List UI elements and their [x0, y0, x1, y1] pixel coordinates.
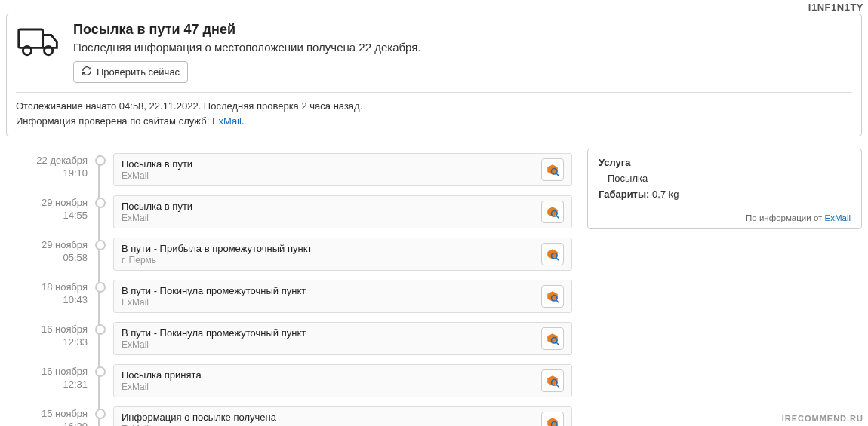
- svg-line-8: [556, 216, 559, 218]
- timeline-date: 15 ноября 16:30: [6, 406, 88, 426]
- timeline-title: В пути - Покинула промежуточный пункт: [122, 327, 534, 339]
- meta-line-2-suffix: .: [242, 115, 245, 127]
- svg-line-5: [556, 173, 559, 176]
- status-meta: Отслеживание начато 04:58, 22.11.2022. П…: [16, 92, 852, 128]
- timeline-title: Посылка принята: [122, 369, 534, 381]
- refresh-button[interactable]: Проверить сейчас: [73, 61, 188, 83]
- watermark-bottom: IRECOMMEND.RU: [782, 414, 863, 423]
- timeline-dot-icon: [95, 198, 106, 208]
- timeline-item: 29 ноября 05:58 В пути - Прибыла в проме…: [6, 233, 572, 275]
- timeline-dot-icon: [95, 409, 106, 419]
- timeline-title: Посылка в пути: [122, 201, 534, 212]
- timeline-title: Информация о посылке получена: [122, 412, 534, 423]
- timeline-dot-icon: [95, 282, 106, 293]
- timeline-item: 15 ноября 16:30 Информация о посылке пол…: [6, 402, 572, 426]
- timeline-date: 16 ноября 12:33: [6, 322, 88, 349]
- timeline-dot-icon: [95, 240, 106, 250]
- timeline-item: 29 ноября 14:55 Посылка в пути ExMail: [6, 191, 572, 233]
- refresh-icon: [82, 66, 92, 78]
- status-subtitle: Последняя информация о местоположении по…: [73, 41, 852, 54]
- magnify-button[interactable]: [541, 158, 564, 181]
- svg-line-17: [556, 342, 559, 345]
- service-label: Услуга: [599, 157, 630, 168]
- timeline-date: 29 ноября 14:55: [6, 195, 88, 222]
- timeline-sub: ExMail: [122, 213, 534, 223]
- timeline-dot-icon: [95, 324, 106, 335]
- timeline-body: Информация о посылке получена ExMail: [113, 406, 572, 426]
- status-title: Посылка в пути 47 дней: [73, 22, 852, 38]
- magnify-button[interactable]: [541, 369, 564, 392]
- timeline-body: В пути - Покинула промежуточный пункт Ex…: [113, 280, 572, 313]
- timeline-title: В пути - Прибыла в промежуточный пункт: [122, 243, 534, 254]
- svg-line-14: [556, 300, 559, 302]
- timeline-sub: ExMail: [122, 297, 534, 308]
- service-link[interactable]: ExMail: [212, 115, 242, 127]
- dims-label: Габариты:: [599, 188, 649, 200]
- svg-rect-0: [19, 29, 43, 48]
- timeline-date: 18 ноября 10:43: [6, 280, 88, 307]
- magnify-button[interactable]: [541, 327, 564, 350]
- meta-line-2-prefix: Информация проверена по сайтам служб:: [16, 115, 212, 127]
- timeline-sub: ExMail: [122, 339, 534, 350]
- magnify-button[interactable]: [541, 412, 564, 426]
- timeline-sub: г. Пермь: [122, 255, 534, 265]
- timeline-body: В пути - Покинула промежуточный пункт Ex…: [113, 322, 572, 355]
- timeline-item: 16 ноября 12:33 В пути - Покинула промеж…: [6, 317, 572, 360]
- side-footer-link[interactable]: ExMail: [824, 213, 851, 222]
- truck-icon: [16, 22, 61, 62]
- timeline-date: 22 декабря 19:10: [6, 153, 88, 180]
- timeline-dot-icon: [95, 155, 106, 166]
- magnify-button[interactable]: [541, 243, 564, 265]
- timeline: 22 декабря 19:10 Посылка в пути ExMail 2…: [6, 149, 572, 426]
- timeline-item: 22 декабря 19:10 Посылка в пути ExMail: [6, 149, 572, 191]
- timeline-title: Посылка в пути: [122, 158, 534, 170]
- timeline-body: Посылка в пути ExMail: [113, 195, 572, 228]
- status-card: Посылка в пути 47 дней Последняя информа…: [6, 14, 862, 136]
- refresh-label: Проверить сейчас: [97, 66, 180, 78]
- timeline-dot-icon: [95, 366, 106, 377]
- timeline-sub: ExMail: [122, 170, 534, 181]
- timeline-body: Посылка принята ExMail: [113, 364, 572, 397]
- side-footer-prefix: По информации от: [746, 213, 824, 222]
- timeline-date: 16 ноября 12:31: [6, 364, 88, 391]
- timeline-title: В пути - Покинула промежуточный пункт: [122, 285, 534, 296]
- timeline-item: 16 ноября 12:31 Посылка принята ExMail: [6, 360, 572, 402]
- side-card: Услуга Посылка Габариты: 0,7 kg По инфор…: [587, 149, 862, 229]
- dims-value: 0,7 kg: [652, 188, 679, 200]
- timeline-sub: ExMail: [122, 382, 534, 392]
- timeline-body: В пути - Прибыла в промежуточный пункт г…: [113, 238, 572, 271]
- svg-line-20: [556, 385, 559, 387]
- watermark-top: i1NF1N1TY: [808, 2, 863, 13]
- magnify-button[interactable]: [541, 285, 564, 308]
- magnify-button[interactable]: [541, 201, 564, 223]
- service-value: Посылка: [608, 173, 851, 184]
- timeline-item: 18 ноября 10:43 В пути - Покинула промеж…: [6, 275, 572, 317]
- timeline-body: Посылка в пути ExMail: [113, 153, 572, 186]
- meta-line-1: Отслеживание начато 04:58, 22.11.2022. П…: [16, 99, 852, 114]
- svg-line-11: [556, 258, 559, 260]
- timeline-date: 29 ноября 05:58: [6, 238, 88, 265]
